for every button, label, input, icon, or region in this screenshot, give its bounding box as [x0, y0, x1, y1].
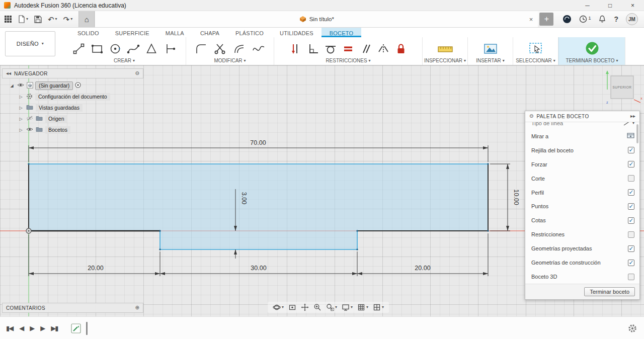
notifications-bell-icon[interactable] — [598, 15, 606, 23]
app-grid-icon[interactable] — [4, 15, 12, 23]
dimension-70[interactable] — [29, 145, 488, 162]
symmetry-constraint-icon[interactable] — [377, 42, 390, 55]
extensions-icon[interactable] — [562, 15, 572, 24]
checkbox-puntos[interactable] — [628, 203, 634, 210]
rectangle-tool-icon[interactable] — [90, 41, 105, 56]
tab-malla[interactable]: MALLA — [157, 28, 192, 37]
checkbox-cotas[interactable] — [628, 217, 634, 224]
new-tab-button[interactable]: + — [539, 13, 553, 26]
orbit-button[interactable]: ▾ — [273, 303, 284, 311]
save-button[interactable] — [34, 16, 42, 23]
tab-superficie[interactable]: SUPERFICIE — [107, 28, 157, 37]
collapsed-triangle-icon[interactable]: ▷ — [18, 106, 24, 110]
group-label-restricciones[interactable]: RESTRICCIONES ▾ — [326, 58, 370, 63]
pan-button[interactable] — [301, 303, 309, 311]
timeline-position-marker[interactable] — [86, 322, 88, 335]
checkbox-rejilla[interactable] — [628, 147, 634, 153]
group-label-terminar-boceto[interactable]: TERMINAR BOCETO ▾ — [566, 58, 618, 63]
tangent-constraint-icon[interactable] — [324, 42, 337, 55]
file-menu-button[interactable]: ▾ — [18, 15, 28, 23]
palette-option-restricciones[interactable]: Restricciones — [525, 227, 639, 241]
linetype-control[interactable]: ▾ — [623, 122, 634, 126]
help-button[interactable]: ? — [614, 15, 618, 23]
group-label-seleccionar[interactable]: SELECCIONAR ▾ — [516, 58, 555, 63]
look-at-icon[interactable] — [627, 132, 634, 141]
fix-lock-icon[interactable] — [394, 42, 408, 55]
palette-option-boceto-3d[interactable]: Boceto 3D — [525, 270, 639, 284]
collapsed-triangle-icon[interactable]: ▷ — [18, 95, 24, 99]
polygon-tool-icon[interactable] — [144, 41, 159, 56]
dimension-20-left-label[interactable]: 20.00 — [88, 265, 103, 272]
palette-option-perfil[interactable]: Perfil — [525, 186, 639, 200]
dimension-20-right-label[interactable]: 20.00 — [415, 265, 430, 272]
palette-option-puntos[interactable]: Puntos — [525, 200, 639, 214]
home-button[interactable]: ⌂ — [78, 11, 95, 27]
offset-tool-icon[interactable] — [232, 41, 247, 56]
visibility-eye-icon[interactable] — [17, 82, 24, 89]
tree-item-label[interactable]: Origen — [45, 115, 67, 123]
palette-option-corte[interactable]: Corte — [525, 172, 639, 186]
palette-option-cotas[interactable]: Cotas — [525, 213, 639, 227]
expand-circle-icon[interactable]: ⊕ — [135, 305, 139, 310]
root-document-label[interactable]: (Sin guardar) — [36, 82, 72, 90]
perpendicular-constraint-icon[interactable] — [306, 42, 319, 55]
palette-option-mirar-a[interactable]: Mirar a — [525, 129, 639, 143]
job-status-button[interactable]: 1 — [579, 15, 591, 23]
redo-button[interactable]: ↷ ▾ — [63, 16, 73, 23]
measure-ruler-icon[interactable] — [437, 41, 454, 56]
dock-chevrons-icon[interactable]: ▸▸ — [630, 114, 635, 119]
group-label-inspeccionar[interactable]: INSPECCIONAR ▾ — [424, 58, 466, 63]
activate-radio-icon[interactable] — [75, 82, 81, 89]
visibility-eye-icon[interactable] — [26, 127, 33, 133]
curve-tool-icon[interactable] — [251, 41, 266, 56]
minimize-button[interactable]: ─ — [576, 0, 599, 11]
tree-item-label[interactable]: Configuración del documento — [35, 93, 110, 101]
model-canvas[interactable]: 70.00 10.00 3.00 — [0, 65, 644, 316]
dimension-70-label[interactable]: 70.00 — [250, 139, 266, 146]
timeline-skip-end-button[interactable]: ▶▮ — [51, 325, 57, 331]
document-tab[interactable]: Sin título* × — [95, 11, 538, 27]
collapsed-triangle-icon[interactable]: ▷ — [18, 128, 24, 132]
checkbox-corte[interactable] — [628, 175, 634, 182]
zoom-button[interactable] — [313, 303, 321, 311]
group-label-crear[interactable]: CREAR ▾ — [114, 58, 135, 63]
sketch-profile-region[interactable] — [29, 164, 488, 249]
checkbox-forzar[interactable] — [628, 161, 634, 167]
palette-option-rejilla[interactable]: Rejilla del boceto — [525, 143, 639, 157]
checkbox-geometrias-construccion[interactable] — [628, 260, 634, 266]
timeline-step-back-button[interactable]: ◀ — [19, 325, 23, 331]
expand-triangle-icon[interactable]: ◢ — [9, 83, 15, 88]
checkbox-geometrias-proyectadas[interactable] — [628, 245, 634, 252]
group-label-modificar[interactable]: MODIFICAR ▾ — [214, 58, 246, 63]
timeline-play-button[interactable]: ▶ — [30, 325, 34, 331]
select-tool-icon[interactable] — [528, 41, 544, 56]
close-button[interactable]: × — [621, 0, 644, 11]
display-settings-button[interactable]: ▾ — [342, 303, 353, 311]
trim-scissors-icon[interactable] — [213, 41, 228, 56]
line-tool-icon[interactable] — [71, 41, 87, 56]
dimension-30-label[interactable]: 30.00 — [251, 265, 266, 272]
timeline-skip-start-button[interactable]: ▮◀ — [6, 325, 13, 331]
visibility-off-eye-icon[interactable] — [26, 116, 33, 122]
palette-scrollbar[interactable] — [636, 124, 638, 143]
timeline-step-forward-button[interactable]: ▶ — [40, 325, 44, 331]
tree-root-document[interactable]: ◢ (Sin guardar) — [2, 80, 143, 91]
checkbox-perfil[interactable] — [628, 189, 634, 196]
comments-header[interactable]: COMENTARIOS ⊕ — [2, 303, 143, 313]
tab-solido[interactable]: SOLIDO — [69, 28, 107, 37]
zoom-window-button[interactable]: ▾ — [326, 303, 337, 311]
fillet-tool-icon[interactable] — [194, 41, 209, 56]
origin-point[interactable] — [26, 228, 31, 233]
navigator-header[interactable]: ◂◂ NAVEGADOR ⊖ — [2, 68, 143, 78]
user-avatar[interactable]: JM — [626, 13, 638, 25]
look-at-button[interactable] — [288, 303, 296, 311]
tree-item-label[interactable]: Vistas guardadas — [36, 104, 83, 112]
collapse-circle-icon[interactable]: ⊖ — [135, 71, 139, 76]
tree-item-bocetos[interactable]: ▷ Bocetos — [2, 124, 143, 135]
tab-boceto[interactable]: BOCETO — [321, 28, 361, 37]
equal-constraint-icon[interactable] — [342, 42, 355, 55]
finish-sketch-button[interactable]: Terminar boceto — [584, 287, 635, 296]
palette-option-geometrias-proyectadas[interactable]: Geometrías proyectadas — [525, 241, 639, 256]
collapse-chevrons-icon[interactable]: ◂◂ — [6, 71, 11, 76]
tab-chapa[interactable]: CHAPA — [192, 28, 227, 37]
